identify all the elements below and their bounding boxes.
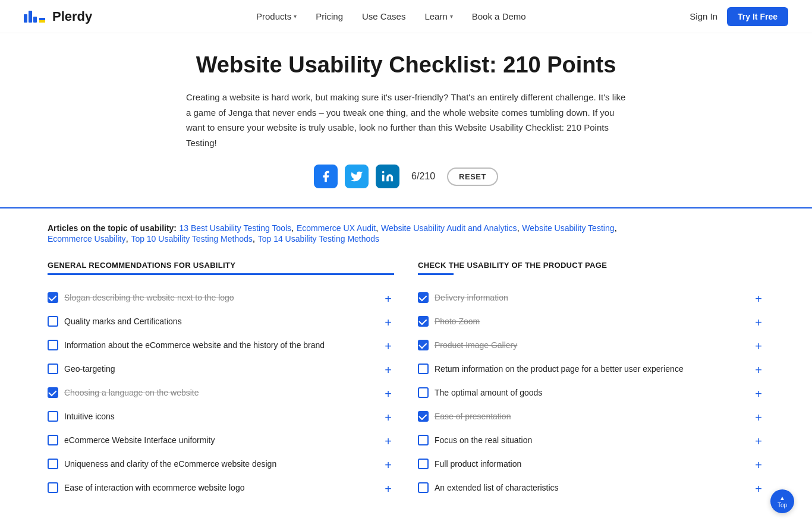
list-item: Return information on the product page f…	[418, 358, 764, 382]
linkedin-share-button[interactable]	[376, 165, 399, 188]
article-link-6[interactable]: Top 10 Usability Testing Methods	[131, 234, 252, 244]
twitter-icon	[350, 170, 363, 183]
list-item: An extended list of characteristics +	[418, 477, 764, 501]
article-link-4[interactable]: Website Usability Testing	[522, 223, 614, 233]
checkbox-7-left[interactable]	[48, 459, 58, 469]
nav-pricing[interactable]: Pricing	[316, 2, 343, 31]
check-label: Focus on the real situation	[435, 434, 532, 447]
navbar: Plerdy Products ▾ Pricing Use Cases Lear…	[0, 0, 812, 33]
checkbox-6-right[interactable]	[418, 435, 429, 445]
expand-button[interactable]: +	[753, 410, 764, 425]
signin-button[interactable]: Sign In	[690, 11, 717, 21]
expand-button[interactable]: +	[382, 434, 394, 448]
chevron-down-icon: ▾	[450, 13, 453, 20]
chevron-up-icon: ▲	[779, 495, 785, 501]
check-label: Information about the eCommerce website …	[64, 339, 325, 352]
checkbox-0-left[interactable]	[48, 292, 58, 303]
checkbox-0-right[interactable]	[418, 292, 429, 303]
logo-text: Plerdy	[52, 9, 92, 24]
checklist-counter: 6/210	[411, 171, 435, 182]
logo-area: Plerdy	[24, 9, 92, 24]
expand-button[interactable]: +	[753, 434, 764, 448]
left-column: GENERAL RECOMMENDATIONS FOR USABILITY Sl…	[48, 261, 394, 501]
nav-products[interactable]: Products ▾	[256, 2, 297, 31]
left-col-underline	[48, 273, 394, 275]
nav-use-cases[interactable]: Use Cases	[362, 2, 405, 31]
expand-button[interactable]: +	[382, 292, 394, 306]
checkbox-1-right[interactable]	[418, 316, 429, 327]
logo-bar-1	[24, 14, 27, 23]
check-label: Photo Zoom	[435, 315, 480, 328]
checkbox-3-left[interactable]	[48, 364, 58, 374]
reset-button[interactable]: RESET	[447, 167, 498, 186]
list-item: Ease of presentation +	[418, 406, 764, 429]
expand-button[interactable]: +	[382, 410, 394, 425]
checkbox-7-right[interactable]	[418, 459, 429, 469]
logo-flag	[39, 18, 45, 23]
check-label: Full product information	[435, 458, 521, 470]
check-label: Slogan describing the website next to th…	[64, 292, 234, 304]
article-link-1[interactable]: 13 Best Usability Testing Tools	[179, 223, 291, 233]
list-item: Delivery information +	[418, 287, 764, 311]
check-label: Delivery information	[435, 292, 508, 304]
expand-button[interactable]: +	[382, 339, 394, 353]
expand-button[interactable]: +	[382, 387, 394, 401]
check-label: Choosing a language on the website	[64, 387, 199, 399]
expand-button[interactable]: +	[382, 458, 394, 472]
checkbox-8-left[interactable]	[48, 482, 58, 493]
right-col-header: CHECK THE USABILITY OF THE PRODUCT PAGE	[418, 261, 764, 270]
checklist-container: GENERAL RECOMMENDATIONS FOR USABILITY Sl…	[0, 261, 812, 501]
article-link-2[interactable]: Ecommerce UX Audit	[297, 223, 376, 233]
checkbox-4-left[interactable]	[48, 387, 58, 398]
expand-button[interactable]: +	[753, 339, 764, 353]
list-item: Information about the eCommerce website …	[48, 334, 394, 358]
checkbox-6-left[interactable]	[48, 435, 58, 445]
list-item: Uniqueness and clarity of the eCommerce …	[48, 453, 394, 477]
checkbox-2-left[interactable]	[48, 340, 58, 350]
checkbox-8-right[interactable]	[418, 482, 429, 493]
check-label: An extended list of characteristics	[435, 482, 559, 494]
checkbox-4-right[interactable]	[418, 387, 429, 398]
expand-button[interactable]: +	[382, 363, 394, 377]
expand-button[interactable]: +	[382, 482, 394, 496]
article-link-7[interactable]: Top 14 Usability Testing Methods	[258, 234, 379, 244]
expand-button[interactable]: +	[753, 482, 764, 496]
nav-learn[interactable]: Learn ▾	[424, 2, 452, 31]
nav-menu: Products ▾ Pricing Use Cases Learn ▾ Boo…	[256, 2, 526, 31]
list-item: Product Image Gallery +	[418, 334, 764, 358]
logo-bar-2	[29, 11, 32, 23]
check-label: Uniqueness and clarity of the eCommerce …	[64, 458, 276, 470]
list-item: Slogan describing the website next to th…	[48, 287, 394, 311]
checkbox-5-left[interactable]	[48, 411, 58, 422]
nav-book-demo[interactable]: Book a Demo	[472, 2, 526, 31]
list-item: Full product information +	[418, 453, 764, 477]
expand-button[interactable]: +	[753, 458, 764, 472]
checkbox-5-right[interactable]	[418, 411, 429, 422]
checkbox-2-right[interactable]	[418, 340, 429, 350]
checkbox-3-right[interactable]	[418, 364, 429, 374]
hero-description: Creating a website is hard work, but mak…	[186, 90, 626, 150]
twitter-share-button[interactable]	[345, 165, 369, 188]
check-label: Ease of interaction with ecommerce websi…	[64, 482, 244, 494]
checkbox-1-left[interactable]	[48, 316, 58, 327]
right-col-underline	[418, 273, 454, 275]
check-label: Geo-targeting	[64, 363, 115, 375]
articles-label: Articles on the topic of usability:	[48, 223, 177, 233]
try-free-button[interactable]: Try It Free	[727, 7, 788, 26]
facebook-icon	[319, 170, 332, 183]
expand-button[interactable]: +	[753, 363, 764, 377]
facebook-share-button[interactable]	[314, 165, 338, 188]
right-column: CHECK THE USABILITY OF THE PRODUCT PAGE …	[418, 261, 764, 501]
expand-button[interactable]: +	[382, 315, 394, 330]
page-title: Website Usability Checklist: 210 Points	[186, 52, 626, 78]
list-item: Choosing a language on the website +	[48, 382, 394, 406]
expand-button[interactable]: +	[753, 292, 764, 306]
list-item: Ease of interaction with ecommerce websi…	[48, 477, 394, 501]
linkedin-icon	[381, 170, 394, 183]
expand-button[interactable]: +	[753, 387, 764, 401]
expand-button[interactable]: +	[753, 315, 764, 330]
article-link-5[interactable]: Ecommerce Usability	[48, 234, 125, 244]
articles-section: Articles on the topic of usability: 13 B…	[0, 223, 812, 244]
article-link-3[interactable]: Website Usability Audit and Analytics	[381, 223, 517, 233]
chevron-down-icon: ▾	[294, 13, 297, 20]
